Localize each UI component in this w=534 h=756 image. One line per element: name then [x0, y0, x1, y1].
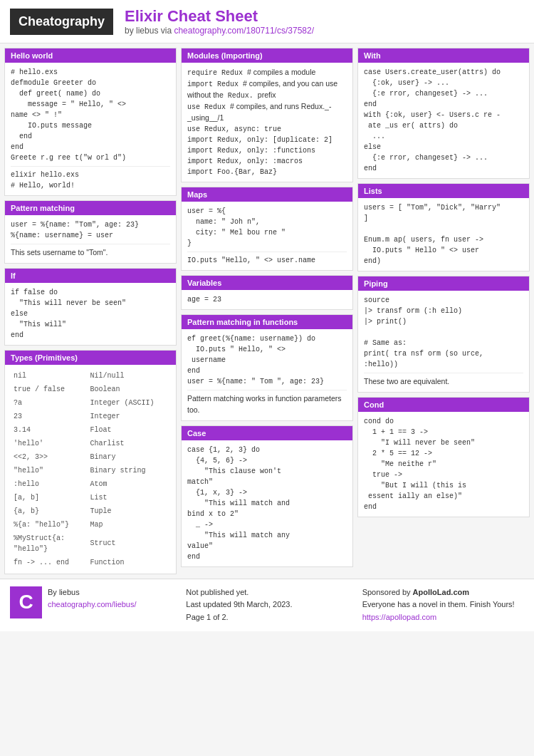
table-row: %{a: "hello"}Map [11, 518, 170, 532]
type-value: Float [88, 423, 170, 437]
column-2: Modules (Importing) require Redux # comp… [181, 48, 353, 574]
with-code: case Users.create_user(attrs) do {:ok, u… [364, 67, 523, 174]
type-value: Charlist [88, 437, 170, 450]
section-cond-content: cond do 1 + 1 == 3 -> "I will never be s… [358, 412, 529, 517]
type-name: 3.14 [11, 423, 88, 437]
section-modules: Modules (Importing) require Redux # comp… [181, 48, 353, 182]
type-value: Atom [88, 477, 170, 491]
footer-middle-text: Not published yet.Last updated 9th March… [186, 586, 347, 624]
section-types: Types (Primitives) nilNil/nulltrue / fal… [4, 350, 177, 574]
section-piping-content: source |> transf orm (:h ello) |> print(… [358, 291, 529, 392]
column-3: With case Users.create_user(attrs) do {:… [357, 48, 530, 574]
piping-text: These two are equivalent. [364, 376, 523, 388]
footer-middle: Not published yet.Last updated 9th March… [186, 586, 347, 624]
section-with-content: case Users.create_user(attrs) do {:ok, u… [358, 63, 529, 178]
main-content: Hello world # hello.exs defmodule Greete… [0, 43, 534, 579]
table-row: fn -> ... endFunction [11, 556, 170, 569]
pattern-functions-code: ef greet(%{name: username}) do IO.puts "… [187, 333, 347, 387]
section-modules-title: Modules (Importing) [182, 48, 352, 63]
case-code: case {1, 2, 3} do {4, 5, 6} -> "This cla… [187, 445, 347, 562]
modules-code: require Redux # compiles a module import… [187, 67, 347, 177]
type-name: [a, b] [11, 491, 88, 504]
table-row: :helloAtom [11, 477, 170, 491]
footer-author: By liebus cheatography.com/liebus/ [48, 586, 172, 611]
type-value: Nil/null [88, 369, 170, 383]
cond-code: cond do 1 + 1 == 3 -> "I will never be s… [364, 416, 523, 512]
type-name: ?a [11, 396, 88, 410]
table-row: <<2, 3>>Binary [11, 450, 170, 464]
section-pattern-functions-title: Pattern matching in functions [182, 315, 352, 329]
section-cond-title: Cond [358, 398, 529, 412]
section-variables: Variables age = 23 [181, 275, 353, 310]
type-name: %{a: "hello"} [11, 518, 88, 532]
column-1: Hello world # hello.exs defmodule Greete… [4, 48, 177, 574]
table-row: 'hello'Charlist [11, 437, 170, 450]
footer-logo: C [10, 586, 42, 618]
maps-code: user = %{ name: " Joh n", city: " Mel bo… [187, 206, 347, 249]
section-case: Case case {1, 2, 3} do {4, 5, 6} -> "Thi… [181, 425, 353, 567]
type-name: true / false [11, 383, 88, 396]
type-name: :hello [11, 477, 88, 491]
author-label: By liebus [48, 586, 172, 599]
section-lists-content: users = [ "Tom", "Dick", "Harry" ] Enum.… [358, 198, 529, 271]
type-value: Struct [88, 532, 170, 556]
section-with: With case Users.create_user(attrs) do {:… [357, 48, 530, 179]
subtitle: by liebus via cheatography.com/180711/cs… [125, 26, 314, 36]
section-with-title: With [358, 48, 529, 63]
table-row: %MyStruct{a: "hello"}Struct [11, 532, 170, 556]
section-hello-world-content: # hello.exs defmodule Greeter do def gre… [5, 63, 176, 195]
type-name: {a, b} [11, 504, 88, 518]
type-name: nil [11, 369, 88, 383]
type-value: List [88, 491, 170, 504]
section-lists-title: Lists [358, 184, 529, 198]
table-row: "hello"Binary string [11, 464, 170, 477]
section-maps-title: Maps [182, 187, 352, 202]
variables-code: age = 23 [187, 294, 347, 305]
table-row: 3.14Float [11, 423, 170, 437]
subtitle-link[interactable]: cheatography.com/180711/cs/37582/ [174, 26, 314, 36]
lists-code: users = [ "Tom", "Dick", "Harry" ] Enum.… [364, 202, 523, 266]
type-value: Tuple [88, 504, 170, 518]
header-text: Elixir Cheat Sheet by liebus via cheatog… [125, 7, 314, 36]
pattern-matching-text: This sets username to "Tom". [11, 247, 170, 259]
type-value: Binary [88, 450, 170, 464]
type-value: Integer [88, 410, 170, 423]
footer: C By liebus cheatography.com/liebus/ Not… [0, 579, 534, 631]
type-name: <<2, 3>> [11, 450, 88, 464]
table-row: ?aInteger (ASCII) [11, 396, 170, 410]
type-value: Function [88, 556, 170, 569]
type-value: Boolean [88, 383, 170, 396]
type-value: Integer (ASCII) [88, 396, 170, 410]
table-row: true / falseBoolean [11, 383, 170, 396]
section-if-title: If [5, 269, 176, 283]
maps-output: IO.puts "Hello, " <> user.name [187, 255, 347, 266]
logo-text: Cheatography [19, 14, 105, 29]
footer-left: C By liebus cheatography.com/liebus/ [10, 586, 172, 624]
type-name: 23 [11, 410, 88, 423]
section-variables-title: Variables [182, 276, 352, 290]
section-modules-content: require Redux # compiles a module import… [182, 63, 352, 182]
sponsor-text: Sponsored by ApolloLad.comEveryone has a… [362, 586, 524, 611]
section-piping-title: Piping [358, 276, 529, 291]
section-piping: Piping source |> transf orm (:h ello) |>… [357, 276, 530, 393]
section-lists: Lists users = [ "Tom", "Dick", "Harry" ]… [357, 183, 530, 271]
section-variables-content: age = 23 [182, 290, 352, 309]
section-pattern-matching: Pattern matching user = %{name: "Tom", a… [4, 200, 177, 264]
section-if-content: if false do "This will never be seen" el… [5, 283, 176, 345]
logo: Cheatography [10, 9, 113, 35]
section-maps: Maps user = %{ name: " Joh n", city: " M… [181, 187, 353, 271]
header: Cheatography Elixir Cheat Sheet by liebu… [0, 0, 534, 43]
section-case-title: Case [182, 426, 352, 440]
type-name: fn -> ... end [11, 556, 88, 569]
section-case-content: case {1, 2, 3} do {4, 5, 6} -> "This cla… [182, 440, 352, 566]
pattern-functions-text: Pattern matching works in function param… [187, 393, 347, 416]
table-row: {a, b}Tuple [11, 504, 170, 518]
sponsor-link[interactable]: https://apollopad.com [362, 613, 437, 621]
if-code: if false do "This will never be seen" el… [11, 287, 170, 341]
author-link[interactable]: cheatography.com/liebus/ [48, 600, 137, 609]
table-row: nilNil/null [11, 369, 170, 383]
types-table: nilNil/nulltrue / falseBoolean?aInteger … [11, 369, 170, 569]
section-hello-world: Hello world # hello.exs defmodule Greete… [4, 48, 177, 196]
table-row: 23Integer [11, 410, 170, 423]
section-types-content: nilNil/nulltrue / falseBoolean?aInteger … [5, 365, 176, 574]
